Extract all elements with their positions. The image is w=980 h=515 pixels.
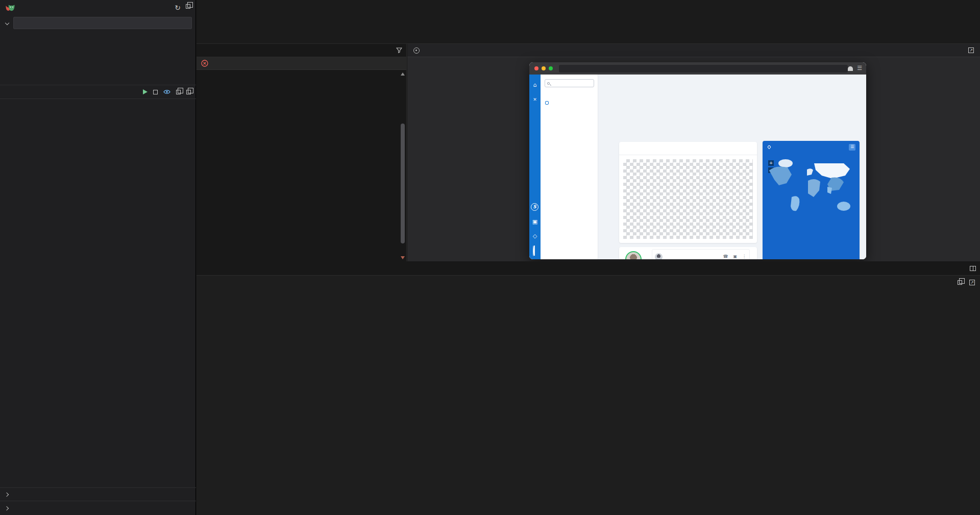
close-dot-icon [534, 66, 538, 70]
user-icon[interactable] [533, 246, 535, 256]
phone-icon[interactable]: ☎ [723, 254, 728, 259]
world-map [765, 155, 857, 232]
chevron-right-icon [5, 492, 9, 496]
map-pin-icon [767, 145, 771, 149]
tools-icon[interactable]: ✕ [529, 97, 541, 102]
section-testing-options[interactable] [0, 487, 196, 501]
filter-input[interactable] [13, 17, 192, 29]
avatar [625, 251, 642, 259]
filter-section-chevron-icon[interactable] [5, 21, 9, 25]
app-search-box [545, 79, 594, 87]
refresh-tests-icon[interactable]: ↻ [175, 4, 181, 11]
orders-chart-transparent [623, 159, 753, 239]
split-view-icon[interactable] [970, 266, 976, 271]
details-panel: ↗ [197, 261, 980, 515]
app-search-input[interactable] [551, 81, 587, 86]
url-bar [559, 65, 848, 72]
open-external-icon[interactable]: ↗ [968, 47, 974, 53]
actions-tabbar [197, 44, 406, 57]
filter-status-line [15, 32, 30, 39]
section-settings[interactable] [0, 501, 196, 515]
incognito-icon [848, 66, 853, 71]
actions-scrollbar[interactable] [400, 72, 405, 259]
copy-icon[interactable] [958, 280, 962, 285]
chat-panel: ☎ ▣ ⋮ [619, 247, 757, 259]
playwright-trace-window: ↻ [0, 0, 980, 515]
browser-titlebar: ☰ [529, 62, 866, 75]
show-browser-eye-icon[interactable] [163, 89, 170, 94]
visitors-panel: ☰ + − [763, 141, 860, 259]
playwright-sidebar: ↻ [0, 0, 196, 515]
stop-tests-icon[interactable] [153, 90, 158, 94]
reveal-test-icon[interactable] [186, 90, 191, 94]
avatar [655, 253, 663, 259]
video-icon[interactable]: ▣ [733, 254, 737, 259]
trace-timeline[interactable] [197, 0, 980, 44]
scrollbar-thumb[interactable] [401, 124, 405, 243]
details-tabbar [197, 261, 980, 276]
search-icon [547, 82, 550, 85]
collapse-all-icon[interactable] [176, 90, 181, 94]
maximize-dot-icon [549, 66, 553, 70]
map-layers-icon[interactable]: ☰ [849, 144, 855, 151]
test-progress-bar [0, 85, 196, 99]
actions-list [197, 70, 399, 261]
chevron-right-icon [5, 506, 9, 510]
scroll-up-icon[interactable] [401, 72, 405, 76]
pick-locator-icon[interactable] [413, 47, 420, 54]
home-icon[interactable]: ⌂ [529, 82, 541, 88]
nav-item-tablero[interactable] [545, 101, 551, 105]
minimize-dot-icon [542, 66, 546, 70]
image-icon[interactable]: ▣ [529, 218, 541, 225]
menu-icon: ☰ [857, 66, 862, 71]
failed-status-row [197, 57, 406, 70]
browser-snapshot: ☰ ⌂ ✕ S ▣ ◇ « [529, 62, 866, 259]
dashboard-icon [545, 101, 549, 105]
app-icon-rail: ⌂ ✕ S ▣ ◇ « [529, 75, 541, 259]
app-sidebar [541, 75, 598, 259]
orders-panel [619, 142, 757, 243]
chat-header-card: ☎ ▣ ⋮ [652, 249, 750, 259]
source-code-view[interactable] [197, 290, 980, 515]
actions-panel [197, 44, 407, 261]
theme-icon[interactable]: ◇ [529, 233, 541, 239]
source-file-row: ↗ [197, 276, 980, 289]
sidebar-header: ↻ [0, 0, 195, 15]
serenity-logo-icon: S [531, 203, 538, 211]
open-source-external-icon[interactable]: ↗ [969, 280, 975, 285]
playwright-masks-icon [5, 4, 15, 12]
vertical-brand-label [529, 141, 541, 202]
filter-funnel-icon[interactable] [396, 47, 402, 53]
scroll-down-icon[interactable] [401, 256, 405, 259]
snapshot-panel: ↗ ☰ ⌂ ✕ [407, 44, 980, 261]
app-main: ☎ ▣ ⋮ ☰ + [598, 75, 866, 259]
more-options-icon[interactable]: ⋮ [742, 254, 746, 259]
snapshot-stage: ☰ ⌂ ✕ S ▣ ◇ « [407, 58, 980, 261]
snapshot-tabbar: ↗ [407, 44, 980, 57]
run-tests-icon[interactable] [143, 89, 148, 94]
failed-icon [201, 60, 208, 67]
open-editors-icon[interactable] [186, 4, 190, 9]
